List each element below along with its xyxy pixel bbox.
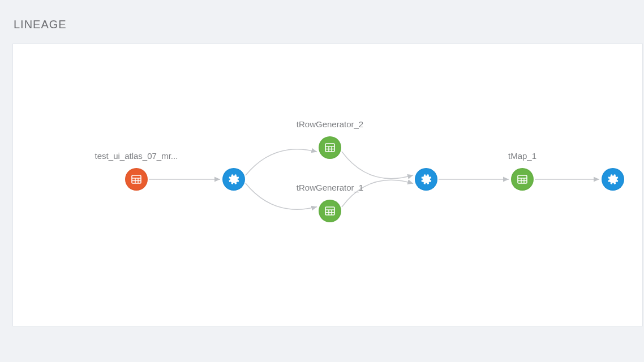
node-proc1[interactable] <box>222 168 245 191</box>
svg-rect-0 <box>132 175 141 183</box>
node-map1[interactable] <box>511 168 534 191</box>
gear-icon <box>227 173 240 186</box>
gear-icon <box>607 173 619 186</box>
gear-icon <box>420 173 432 186</box>
edge-gen2-proc2 <box>342 152 413 179</box>
node-gen1[interactable] <box>319 200 341 222</box>
table-icon <box>324 205 336 217</box>
node-gen2[interactable] <box>319 136 341 159</box>
edge-layer <box>13 44 643 326</box>
node-label-gen2: tRowGenerator_2 <box>273 119 387 129</box>
node-label-src: test_ui_atlas_07_mr... <box>80 151 193 161</box>
svg-rect-5 <box>325 144 334 152</box>
edge-proc1-gen1 <box>246 183 317 209</box>
panel-title: LINEAGE <box>14 18 644 31</box>
node-proc3[interactable] <box>602 168 624 191</box>
table-icon <box>517 174 528 185</box>
table-icon <box>324 142 336 153</box>
table-icon <box>131 174 142 185</box>
svg-rect-15 <box>518 175 527 183</box>
node-src[interactable] <box>125 168 148 191</box>
edge-gen1-proc2 <box>342 180 413 207</box>
node-label-map1: tMap_1 <box>466 151 579 161</box>
node-label-gen1: tRowGenerator_1 <box>273 183 387 192</box>
lineage-canvas[interactable]: test_ui_atlas_07_mr...tRowGenerator_2tRo… <box>12 44 643 326</box>
svg-rect-10 <box>325 207 334 215</box>
edge-proc1-gen2 <box>246 149 317 175</box>
node-proc2[interactable] <box>415 168 437 191</box>
